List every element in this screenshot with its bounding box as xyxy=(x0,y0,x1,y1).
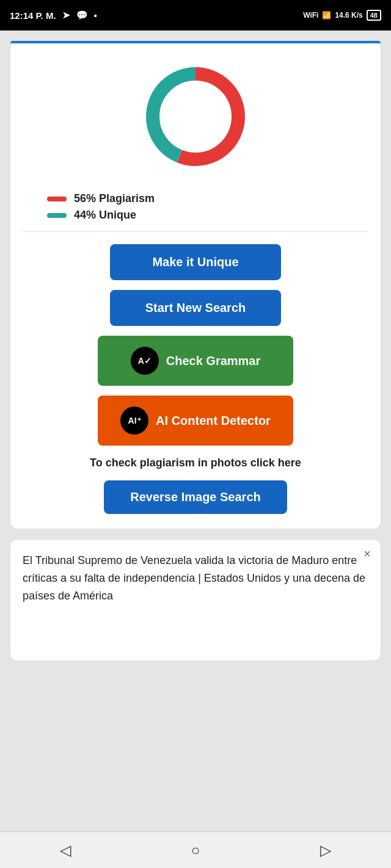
ai-content-detector-button[interactable]: AI⁺ AI Content Detector xyxy=(98,396,293,446)
unique-color-swatch xyxy=(47,213,67,218)
battery-display: 48 xyxy=(367,10,381,21)
main-container: 56% Plagiarism 44% Unique Make it Unique… xyxy=(0,31,391,831)
plagiarism-label: 56% Plagiarism xyxy=(74,192,155,205)
donut-chart-container xyxy=(134,56,257,178)
check-grammar-button[interactable]: A✓ Check Grammar xyxy=(98,336,293,386)
grammar-icon-circle: A✓ xyxy=(131,347,159,375)
unique-label: 44% Unique xyxy=(74,209,136,222)
plagiarism-photo-notice: To check plagiarism in photos click here xyxy=(90,455,301,471)
bottom-navigation: ◁ ○ ▷ xyxy=(0,831,391,868)
time-display: 12:14 P. M. xyxy=(10,10,56,21)
recent-apps-button[interactable]: ▷ xyxy=(320,842,331,859)
wifi-icon: WiFi xyxy=(303,11,318,20)
plagiarism-legend-row: 56% Plagiarism xyxy=(47,192,155,205)
text-content-body: El Tribunal Supremo de Venezuela valida … xyxy=(23,552,368,604)
close-button[interactable]: × xyxy=(364,547,371,561)
donut-chart xyxy=(134,56,257,178)
divider xyxy=(23,231,368,232)
check-grammar-label: Check Grammar xyxy=(166,354,261,368)
status-left: 12:14 P. M. ➤ 💬 • xyxy=(10,10,97,21)
make-unique-button[interactable]: Make it Unique xyxy=(110,244,281,280)
blue-accent-line xyxy=(10,41,381,43)
text-input-card: × El Tribunal Supremo de Venezuela valid… xyxy=(10,539,381,661)
reverse-image-search-button[interactable]: Reverse Image Search xyxy=(104,480,287,514)
dot-indicator: • xyxy=(94,10,97,21)
home-button[interactable]: ○ xyxy=(191,842,200,859)
send-icon: ➤ xyxy=(62,10,70,21)
ai-icon-text: AI⁺ xyxy=(128,416,141,425)
ai-icon-circle: AI⁺ xyxy=(120,407,148,435)
results-card: 56% Plagiarism 44% Unique Make it Unique… xyxy=(10,40,381,529)
status-right: WiFi 📶 14.6 K/s 48 xyxy=(303,10,381,21)
start-new-search-button[interactable]: Start New Search xyxy=(110,290,281,326)
signal-icon: 📶 xyxy=(322,11,331,20)
kbps-display: 14.6 K/s xyxy=(335,11,362,20)
plagiarism-color-swatch xyxy=(47,197,67,201)
unique-legend-row: 44% Unique xyxy=(47,209,136,222)
grammar-icon-letter: A✓ xyxy=(138,356,152,366)
back-button[interactable]: ◁ xyxy=(60,842,71,859)
legend: 56% Plagiarism 44% Unique xyxy=(23,192,368,222)
whatsapp-icon: 💬 xyxy=(76,10,88,21)
ai-content-detector-label: AI Content Detector xyxy=(156,414,271,428)
status-bar: 12:14 P. M. ➤ 💬 • WiFi 📶 14.6 K/s 48 xyxy=(0,0,391,31)
